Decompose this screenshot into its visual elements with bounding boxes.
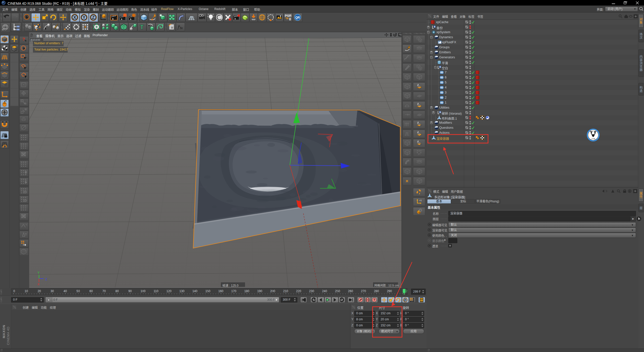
- svg-text:130: 130: [179, 289, 184, 293]
- svg-text:40: 40: [64, 289, 67, 293]
- svg-text:0: 0: [440, 111, 441, 113]
- svg-text:Y: Y: [83, 15, 86, 20]
- svg-text:270: 270: [361, 289, 366, 293]
- svg-text:260: 260: [348, 289, 353, 293]
- svg-text:?: ?: [22, 37, 25, 42]
- svg-text:290: 290: [387, 289, 392, 293]
- svg-text:QR: QR: [295, 16, 300, 19]
- svg-text:行走者: 行走者: [591, 138, 595, 139]
- svg-text:220: 220: [296, 289, 301, 293]
- svg-text:210: 210: [283, 289, 288, 293]
- svg-text:Y: Y: [37, 271, 39, 275]
- svg-text:120: 120: [167, 289, 172, 293]
- svg-text:X: X: [73, 15, 76, 20]
- svg-text:230: 230: [309, 289, 314, 293]
- svg-text:T: T: [140, 23, 144, 31]
- svg-text:S: S: [3, 110, 6, 114]
- svg-text:Z: Z: [45, 278, 47, 281]
- svg-text:170: 170: [231, 289, 236, 293]
- svg-text:P: P: [404, 298, 406, 302]
- svg-text:0: 0: [434, 26, 435, 28]
- svg-text:90: 90: [128, 289, 132, 293]
- svg-text:20: 20: [37, 289, 41, 293]
- svg-text:70: 70: [102, 289, 106, 293]
- svg-text:60: 60: [90, 289, 93, 293]
- svg-text:80: 80: [115, 289, 119, 293]
- svg-text:110: 110: [153, 289, 158, 293]
- svg-text:140: 140: [192, 289, 197, 293]
- svg-text:280: 280: [374, 289, 379, 293]
- svg-text:160: 160: [218, 289, 223, 293]
- svg-text:180: 180: [244, 289, 249, 293]
- svg-text:10: 10: [25, 289, 28, 293]
- svg-text:?: ?: [373, 298, 375, 302]
- svg-text:0: 0: [13, 289, 15, 293]
- svg-text:0: 0: [440, 66, 441, 68]
- svg-text:=1: =1: [419, 199, 422, 202]
- svg-text:0: 0: [289, 17, 291, 21]
- svg-text:Z: Z: [92, 15, 95, 20]
- svg-text:x=: x=: [418, 153, 421, 155]
- svg-text:fx: fx: [180, 26, 183, 30]
- svg-text:30: 30: [51, 289, 54, 293]
- svg-text:240: 240: [322, 289, 327, 293]
- svg-text:190: 190: [257, 289, 262, 293]
- svg-text:X: X: [37, 283, 39, 286]
